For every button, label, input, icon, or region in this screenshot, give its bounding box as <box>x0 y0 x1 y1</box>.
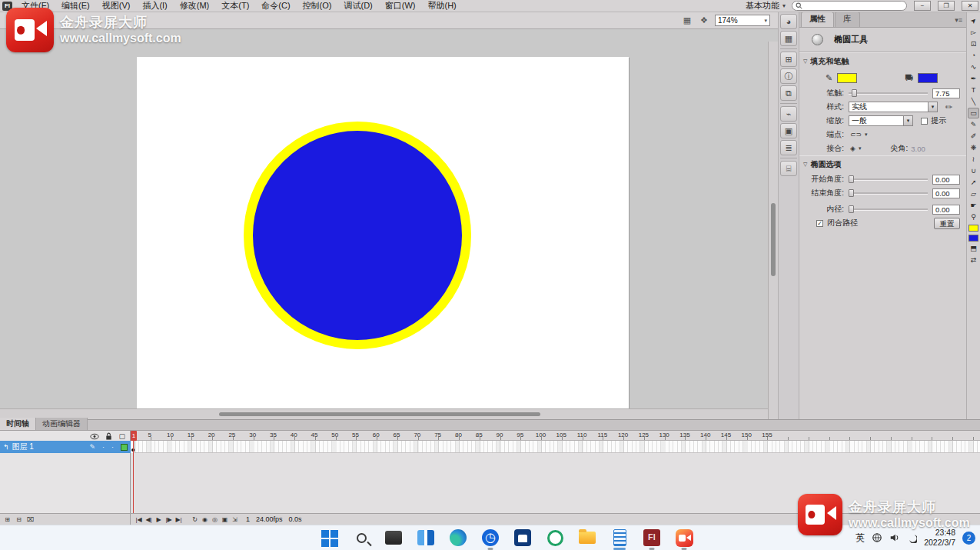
edge-icon[interactable] <box>448 528 468 548</box>
align-panel[interactable]: ⊞ <box>780 52 797 67</box>
volume-icon[interactable] <box>889 532 900 543</box>
fill-stroke-section-header[interactable]: ▽ 填充和笔触 <box>799 52 966 69</box>
3d-rotation-tool[interactable]: ◔ <box>968 50 979 61</box>
oval-shape[interactable] <box>244 122 471 349</box>
oval-options-section-header[interactable]: ▽ 椭圆选项 <box>799 155 966 172</box>
edit-stroke-style-icon[interactable]: ✏ <box>945 102 952 112</box>
line-tool[interactable]: ╲ <box>968 96 979 107</box>
stroke-style-select[interactable]: 实线 ▾ <box>849 102 938 112</box>
motion-presets-panel[interactable]: ≣ <box>780 140 797 155</box>
onion-button-3[interactable]: ▣ <box>220 516 230 523</box>
inner-radius-slider-thumb[interactable] <box>849 205 854 213</box>
edit-scene-icon[interactable]: ▦ <box>681 15 693 25</box>
code-snippets-panel[interactable]: ⌁ <box>780 106 797 122</box>
start-button[interactable] <box>319 528 339 548</box>
brush-tool[interactable]: ✐ <box>968 131 979 142</box>
menu-item-8[interactable]: 调试(D) <box>338 0 379 12</box>
menu-item-9[interactable]: 窗口(W) <box>379 0 422 12</box>
oval-tool[interactable]: ▭ <box>968 108 979 118</box>
layer-row[interactable]: ↰ 图层 1 ✎ · · <box>0 441 131 453</box>
green-app-icon[interactable] <box>545 528 565 548</box>
playback-button-1[interactable]: ◀| <box>144 516 154 523</box>
lock-icon[interactable] <box>105 432 112 440</box>
project-panel[interactable]: ⌸ <box>780 161 797 176</box>
onion-button-2[interactable]: ◎ <box>210 516 220 523</box>
start-angle-slider-thumb[interactable] <box>849 175 854 183</box>
swap-colors-button[interactable]: ⇄ <box>968 255 979 265</box>
paint-bucket-tool[interactable]: ∪ <box>968 165 979 176</box>
workspace-switcher[interactable]: 基本功能 ▾ <box>746 0 786 12</box>
start-angle-slider[interactable] <box>849 178 928 181</box>
inner-radius-value[interactable]: 0.00 <box>932 205 960 215</box>
horizontal-scrollbar[interactable] <box>0 408 768 419</box>
pen-tool[interactable]: ✒ <box>968 73 979 84</box>
store-icon[interactable] <box>513 528 533 548</box>
search-input[interactable] <box>792 1 907 11</box>
show-hide-eye-icon[interactable] <box>90 433 99 440</box>
menu-item-3[interactable]: 插入(I) <box>136 0 173 12</box>
color-panel[interactable]: ◕ <box>780 14 797 29</box>
text-tool[interactable]: T <box>968 85 979 95</box>
layer-visible-dot[interactable]: · <box>102 443 105 451</box>
miter-value[interactable]: 3.00 <box>911 145 925 153</box>
outline-view-icon[interactable]: ▢ <box>118 432 125 440</box>
chevron-down-icon[interactable]: ▾ <box>865 132 868 138</box>
tab-timeline[interactable]: 时间轴 <box>0 418 36 430</box>
menu-item-1[interactable]: 编辑(E) <box>55 0 96 12</box>
menu-item-2[interactable]: 视图(V) <box>96 0 137 12</box>
start-angle-value[interactable]: 0.00 <box>932 175 960 185</box>
stroke-weight-value[interactable]: 7.75 <box>932 88 960 98</box>
layer-lock-dot[interactable]: · <box>111 443 114 451</box>
lasso-tool[interactable]: ∿ <box>968 62 979 72</box>
stroke-scale-select[interactable]: 一般 ▾ <box>849 115 913 126</box>
playback-button-3[interactable]: |▶ <box>164 516 174 523</box>
transform-panel[interactable]: ⧉ <box>780 85 797 101</box>
hand-tool[interactable]: ☛ <box>968 200 979 211</box>
panel-menu-icon[interactable]: ▾≡ <box>955 16 962 24</box>
end-angle-slider-thumb[interactable] <box>849 189 854 197</box>
flash-app-icon[interactable]: Fl <box>642 528 662 548</box>
eyedropper-tool[interactable]: ➚ <box>968 177 979 188</box>
onion-button-0[interactable]: ↻ <box>190 516 200 523</box>
components-panel[interactable]: ▣ <box>780 123 797 138</box>
zoom-tool[interactable]: ⚲ <box>968 212 979 222</box>
widgets-icon[interactable] <box>416 528 436 548</box>
close-path-checkbox[interactable]: ✓ <box>816 220 823 227</box>
menu-item-4[interactable]: 修改(M) <box>174 0 216 12</box>
tab-library[interactable]: 库 <box>835 12 860 27</box>
reset-button[interactable]: 重置 <box>934 218 960 229</box>
deco-tool[interactable]: ❋ <box>968 142 979 153</box>
menu-item-5[interactable]: 文本(T) <box>215 0 255 12</box>
playback-button-4[interactable]: ▶| <box>174 516 184 523</box>
fill-color-swatch[interactable] <box>918 73 938 83</box>
notes-app-icon[interactable] <box>610 528 630 548</box>
stroke-color-swatch[interactable] <box>837 73 857 83</box>
clock-date[interactable]: 23:48 2022/3/7 <box>924 528 955 548</box>
stroke-weight-slider-thumb[interactable] <box>852 89 857 97</box>
menu-item-10[interactable]: 帮助(H) <box>422 0 463 12</box>
inner-radius-slider[interactable] <box>849 208 928 211</box>
recorder-app-icon[interactable] <box>674 528 694 548</box>
subselection-tool[interactable]: ▻ <box>968 27 979 38</box>
network-icon[interactable] <box>872 532 882 543</box>
end-angle-value[interactable]: 0.00 <box>932 188 960 198</box>
layer-name[interactable]: 图层 1 <box>12 442 34 452</box>
eraser-tool[interactable]: ▱ <box>968 188 979 199</box>
menu-item-0[interactable]: 文件(F) <box>15 0 55 12</box>
vertical-scrollbar[interactable] <box>768 42 778 421</box>
ime-indicator[interactable]: 英 <box>855 532 865 545</box>
onion-button-1[interactable]: ◉ <box>200 516 210 523</box>
desktop-app-icon[interactable] <box>384 528 404 548</box>
file-explorer-icon[interactable] <box>577 528 597 548</box>
info-panel[interactable]: ⓘ <box>780 68 797 84</box>
free-transform-tool[interactable]: ⊡ <box>968 38 979 49</box>
frame-ruler[interactable]: 5101520253035404550556065707580859095100… <box>131 431 980 441</box>
bone-tool[interactable]: ≀ <box>968 154 979 165</box>
onion-button-4[interactable]: ⇲ <box>230 516 240 523</box>
close-button[interactable]: ✕ <box>962 1 978 11</box>
search-taskbar-icon[interactable] <box>351 528 371 548</box>
swatches-panel[interactable]: ▦ <box>780 31 797 46</box>
playhead[interactable]: 1 <box>131 431 137 441</box>
cap-style-icon[interactable]: ⊂⊃ <box>850 131 862 138</box>
minimize-button[interactable]: − <box>914 1 931 11</box>
